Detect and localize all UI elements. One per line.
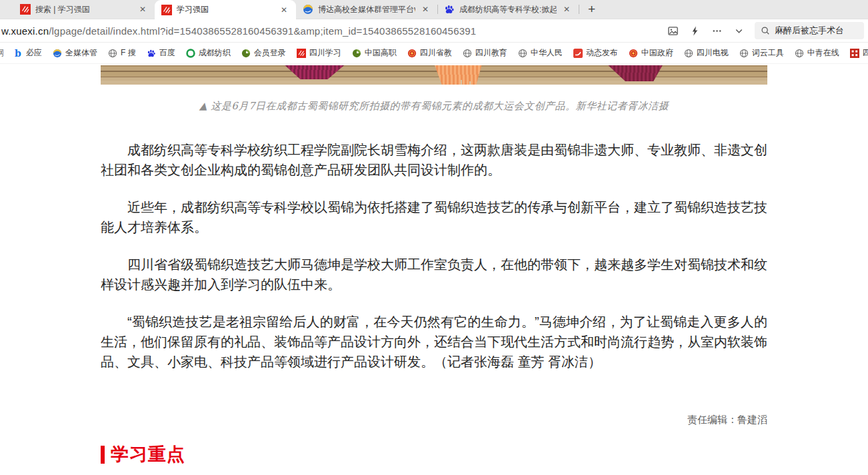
bookmark-label: 必应 (26, 47, 42, 59)
address-bar-actions: 麻醉后被忘手术台 (661, 22, 868, 39)
bookmark-3[interactable]: 全媒体管 (47, 47, 103, 59)
tab-title: 搜索 | 学习强国 (35, 4, 133, 15)
bookmark-7[interactable]: 会员登录 (236, 47, 291, 59)
bookmark-13[interactable]: 动态发布 (568, 47, 623, 59)
bookmark-label: 四川学习 (309, 47, 341, 59)
bookmark-label: 四川省教 (420, 47, 452, 59)
page-content: ▲ 这是6月7日在成都古蜀蜀锦研究所拍摄的带有蜀锦元素的成都大运会文创产品。新华… (0, 65, 868, 466)
green-pie-icon (352, 49, 361, 58)
globe-icon (739, 49, 749, 58)
baidu-paw-favicon (444, 4, 455, 15)
address-bar: w.xuexi.cn/lgpage/detail/index.html?id=1… (0, 19, 868, 43)
bookmark-label: 全媒体管 (65, 47, 97, 59)
tab-close-icon[interactable]: ✕ (137, 5, 148, 14)
tab-close-icon[interactable]: ✕ (561, 5, 572, 14)
url-host: w.xuexi.cn (1, 25, 49, 37)
hot-search-text: 麻醉后被忘手术台 (775, 25, 844, 37)
tassel-magenta (282, 65, 347, 79)
article-paragraph: 近些年，成都纺织高等专科学校以蜀锦为依托搭建了蜀锦织造技艺的传承与创新平台，建立… (101, 197, 767, 237)
browser-window: 搜索 | 学习强国✕学习强国✕博达高校全媒体群管理平台v1✕成都纺织高等专科学校… (0, 0, 868, 466)
bookmark-11[interactable]: 四川教育 (457, 47, 513, 59)
url-path: /lgpage/detail/index.html?id=15403865528… (49, 25, 476, 37)
green-pie-icon (241, 49, 251, 58)
globe-icon (795, 49, 804, 58)
tassel-orange (433, 65, 483, 85)
tab-title: 博达高校全媒体群管理平台v1 (318, 4, 415, 15)
red-seal-icon (850, 49, 859, 58)
bookmark-15[interactable]: 四川电视 (679, 47, 734, 59)
red-app-icon (573, 49, 583, 58)
green-ring-icon (186, 49, 195, 58)
toolbar-search[interactable]: 麻醉后被忘手术台 (755, 22, 864, 39)
tab-close-icon[interactable]: ✕ (420, 5, 431, 14)
xuexi-logo-favicon (20, 4, 31, 15)
image-icon[interactable] (667, 25, 679, 37)
bookmark-2[interactable]: b必应 (8, 47, 47, 59)
bookmark-4[interactable]: F 搜 (103, 47, 141, 59)
bookmark-label: 词云工具 (752, 47, 784, 59)
bookmarks-bar: 网b必应全媒体管F 搜百度成都纺织会员登录四川学习中国高职四川省教四川教育中华人… (0, 43, 868, 64)
bookmark-12[interactable]: 中华人民 (513, 47, 568, 59)
tab-4[interactable]: 成都纺织高等专科学校:掀起学✕ (437, 0, 579, 19)
tab-2[interactable]: 学习强国✕ (155, 0, 296, 19)
article-photo (101, 65, 767, 85)
bookmark-label: 中华人民 (531, 47, 563, 59)
tabs-container: 搜索 | 学习强国✕学习强国✕博达高校全媒体群管理平台v1✕成都纺织高等专科学校… (0, 0, 579, 19)
heading-bar-icon (101, 446, 105, 464)
search-icon (761, 26, 770, 35)
tab-title: 成都纺织高等专科学校:掀起学 (459, 4, 557, 15)
xuexi-logo-favicon (161, 5, 172, 15)
globe-icon (463, 49, 472, 58)
boda-sphere-favicon (303, 4, 313, 15)
bookmark-label: 会员登录 (254, 47, 286, 59)
lightning-icon[interactable] (689, 25, 701, 37)
more-icon[interactable] (711, 25, 723, 37)
bookmark-6[interactable]: 成都纺织 (181, 47, 236, 59)
bookmark-label: F 搜 (121, 47, 136, 59)
photo-caption: ▲ 这是6月7日在成都古蜀蜀锦研究所拍摄的带有蜀锦元素的成都大运会文创产品。新华… (0, 100, 868, 113)
bookmark-label: 中青在线 (807, 47, 839, 59)
globe-icon (684, 49, 693, 58)
tab-close-icon[interactable]: ✕ (279, 5, 289, 15)
new-tab-wrap: + (579, 0, 605, 19)
emblem-icon (407, 49, 417, 58)
bookmark-9[interactable]: 中国高职 (347, 47, 402, 59)
bookmark-label: 动态发布 (586, 47, 618, 59)
editor-credit: 责任编辑：鲁建滔 (101, 414, 767, 426)
bookmark-label: 四川省人 (863, 47, 868, 59)
bookmark-1[interactable]: 网 (0, 47, 8, 59)
bookmark-18[interactable]: 四川省人 (845, 47, 868, 59)
bing-icon: b (13, 49, 23, 58)
bookmark-10[interactable]: 四川省教 (402, 47, 457, 59)
tab-1[interactable]: 搜索 | 学习强国✕ (13, 0, 155, 19)
new-tab-button[interactable]: + (579, 1, 605, 18)
article-paragraph: “蜀锦织造技艺是老祖宗留给后人的财富，在今天仍然有它的生命力。”马德坤介绍，为了… (101, 312, 767, 372)
baidu-paw-icon (147, 49, 156, 58)
section-heading: 学习重点 (101, 442, 767, 466)
bookmark-14[interactable]: 中国政府 (623, 47, 679, 59)
tab-strip: 搜索 | 学习强国✕学习强国✕博达高校全媒体群管理平台v1✕成都纺织高等专科学校… (0, 0, 868, 19)
bookmark-label: 成都纺织 (199, 47, 231, 59)
globe-icon (518, 49, 527, 58)
xuexi-logo-icon (297, 49, 306, 58)
tab-title: 学习强国 (177, 4, 274, 15)
url-text[interactable]: w.xuexi.cn/lgpage/detail/index.html?id=1… (1, 25, 476, 37)
article-body: 成都纺织高等专科学校纺织工程学院副院长胡雪梅介绍，这两款唐装是由蜀锦非遗大师、专… (101, 140, 767, 372)
bookmark-label: 四川电视 (697, 47, 729, 59)
heading-text: 学习重点 (111, 442, 185, 466)
bookmark-5[interactable]: 百度 (141, 47, 181, 59)
article-paragraph: 成都纺织高等专科学校纺织工程学院副院长胡雪梅介绍，这两款唐装是由蜀锦非遗大师、专… (101, 140, 767, 180)
tab-3[interactable]: 博达高校全媒体群管理平台v1✕ (296, 0, 437, 19)
bookmark-16[interactable]: 词云工具 (734, 47, 789, 59)
boda-sphere-icon (53, 49, 62, 58)
bookmark-17[interactable]: 中青在线 (789, 47, 845, 59)
emblem-icon (629, 49, 638, 58)
bookmark-label: 中国政府 (641, 47, 673, 59)
bookmark-label: 中国高职 (365, 47, 397, 59)
article-paragraph: 四川省省级蜀锦织造技艺大师马德坤是学校大师工作室负责人，在他的带领下，越来越多学… (101, 254, 767, 294)
bookmark-8[interactable]: 四川学习 (291, 47, 347, 59)
bookmark-label: 网 (0, 47, 4, 59)
globe-icon (108, 49, 117, 58)
bookmark-label: 四川教育 (475, 47, 507, 59)
chevron-down-icon[interactable] (733, 25, 745, 37)
